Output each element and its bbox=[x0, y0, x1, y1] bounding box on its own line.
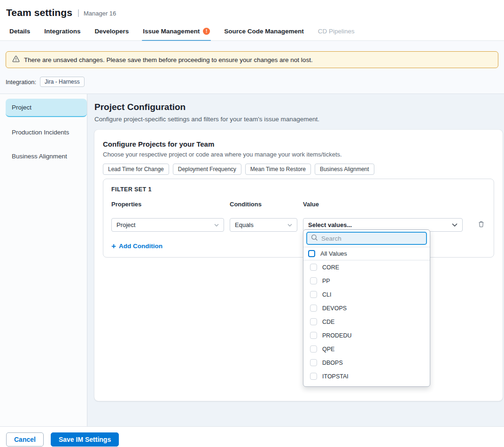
page-title: Team settings bbox=[6, 7, 72, 18]
cancel-button[interactable]: Cancel bbox=[6, 432, 44, 447]
notice-section: There are unsaved changes. Please save t… bbox=[0, 41, 504, 94]
tab-bar: Details Integrations Developers Issue Ma… bbox=[0, 24, 504, 41]
add-condition-button[interactable]: + Add Condition bbox=[111, 242, 163, 250]
save-im-settings-button[interactable]: Save IM Settings bbox=[51, 432, 119, 447]
page-header: Team settings Manager 16 bbox=[0, 0, 504, 24]
option-checkbox[interactable] bbox=[310, 318, 317, 325]
chevron-down-icon bbox=[214, 224, 219, 227]
option-core[interactable]: CORE bbox=[303, 260, 430, 274]
settings-sidebar: Project Production Incidents Business Al… bbox=[0, 94, 87, 426]
option-checkbox[interactable] bbox=[310, 277, 317, 284]
chip-deployment-frequency[interactable]: Deployment Frequency bbox=[173, 164, 241, 175]
filter-condition-row: Project Equals Select values... bbox=[111, 218, 486, 232]
metric-chips: Lead Time for Change Deployment Frequenc… bbox=[103, 164, 494, 175]
chip-business-alignment[interactable]: Business Alignment bbox=[315, 164, 374, 175]
filter-column-headers: Properties Conditions Value bbox=[111, 201, 486, 208]
option-cli[interactable]: CLI bbox=[303, 288, 430, 301]
value-column-label: Value bbox=[303, 201, 463, 208]
option-checkbox[interactable] bbox=[310, 386, 317, 387]
condition-select[interactable]: Equals bbox=[230, 218, 297, 232]
properties-column-label: Properties bbox=[111, 201, 224, 208]
banner-text: There are unsaved changes. Please save t… bbox=[24, 56, 313, 63]
title-divider bbox=[78, 9, 79, 17]
card-title: Configure Projects for your Team bbox=[103, 140, 494, 148]
plus-icon: + bbox=[111, 242, 116, 250]
tab-developers[interactable]: Developers bbox=[95, 24, 129, 40]
chip-mean-time-to-restore[interactable]: Mean Time to Restore bbox=[245, 164, 311, 175]
chevron-down-icon bbox=[452, 223, 457, 227]
configure-projects-card: Configure Projects for your Team Choose … bbox=[94, 130, 503, 401]
unsaved-changes-banner: There are unsaved changes. Please save t… bbox=[6, 51, 498, 68]
sidebar-item-business-alignment[interactable]: Business Alignment bbox=[6, 148, 87, 165]
integration-row: Integration: Jira - Harness bbox=[6, 68, 498, 94]
filter-set-1: FILTER SET 1 Properties Conditions Value… bbox=[103, 179, 494, 258]
tab-integrations[interactable]: Integrations bbox=[44, 24, 80, 40]
trash-icon bbox=[478, 220, 485, 229]
main-panel: Project Configuration Configure project-… bbox=[87, 94, 504, 426]
conditions-column-label: Conditions bbox=[230, 201, 297, 208]
option-dbops[interactable]: DBOPS bbox=[303, 356, 430, 369]
tab-cd-pipelines: CD Pipelines bbox=[318, 24, 355, 40]
integration-label: Integration: bbox=[6, 78, 36, 86]
option-checkbox[interactable] bbox=[310, 332, 317, 339]
section-title: Project Configuration bbox=[94, 102, 503, 112]
option-pp[interactable]: PP bbox=[303, 274, 430, 288]
option-checkbox[interactable] bbox=[310, 291, 317, 298]
chevron-down-icon bbox=[287, 224, 292, 227]
warning-icon bbox=[12, 55, 20, 64]
delete-condition-button[interactable] bbox=[477, 220, 486, 230]
tab-source-code-management[interactable]: Source Code Management bbox=[224, 24, 304, 40]
page-subtitle: Manager 16 bbox=[84, 10, 116, 17]
card-subtitle: Choose your respective project or code a… bbox=[103, 151, 494, 158]
action-footer: Cancel Save IM Settings bbox=[0, 426, 504, 447]
option-checkbox[interactable] bbox=[310, 305, 317, 312]
option-devops[interactable]: DEVOPS bbox=[303, 301, 430, 315]
integration-chip[interactable]: Jira - Harness bbox=[40, 77, 85, 87]
option-pipe[interactable]: PIPE bbox=[303, 383, 430, 387]
option-qpe[interactable]: QPE bbox=[303, 342, 430, 356]
option-checkbox[interactable] bbox=[310, 359, 317, 366]
dropdown-search-input[interactable]: Search bbox=[306, 232, 427, 245]
option-prodedu[interactable]: PRODEDU bbox=[303, 329, 430, 342]
tab-details[interactable]: Details bbox=[9, 24, 30, 40]
sidebar-item-production-incidents[interactable]: Production Incidents bbox=[6, 124, 87, 141]
option-all-values[interactable]: All Values bbox=[303, 247, 430, 260]
tab-issue-management[interactable]: Issue Management ! bbox=[143, 24, 210, 40]
all-values-checkbox[interactable] bbox=[308, 250, 315, 257]
option-checkbox[interactable] bbox=[310, 264, 317, 271]
section-subtitle: Configure project-specific settings and … bbox=[94, 116, 503, 123]
filter-set-title: FILTER SET 1 bbox=[111, 186, 486, 193]
unsaved-changes-badge-icon: ! bbox=[203, 28, 210, 35]
option-checkbox[interactable] bbox=[310, 373, 317, 380]
sidebar-item-project[interactable]: Project bbox=[6, 99, 87, 117]
value-dropdown-panel: Search All Values CORE PP CLI DEVOPS CDE… bbox=[303, 229, 430, 387]
property-select[interactable]: Project bbox=[111, 218, 224, 232]
option-cde[interactable]: CDE bbox=[303, 315, 430, 329]
option-checkbox[interactable] bbox=[310, 345, 317, 353]
search-placeholder: Search bbox=[321, 235, 341, 242]
option-itopstai[interactable]: ITOPSTAI bbox=[303, 369, 430, 383]
chip-lead-time-for-change[interactable]: Lead Time for Change bbox=[103, 164, 169, 175]
search-icon bbox=[311, 234, 318, 243]
